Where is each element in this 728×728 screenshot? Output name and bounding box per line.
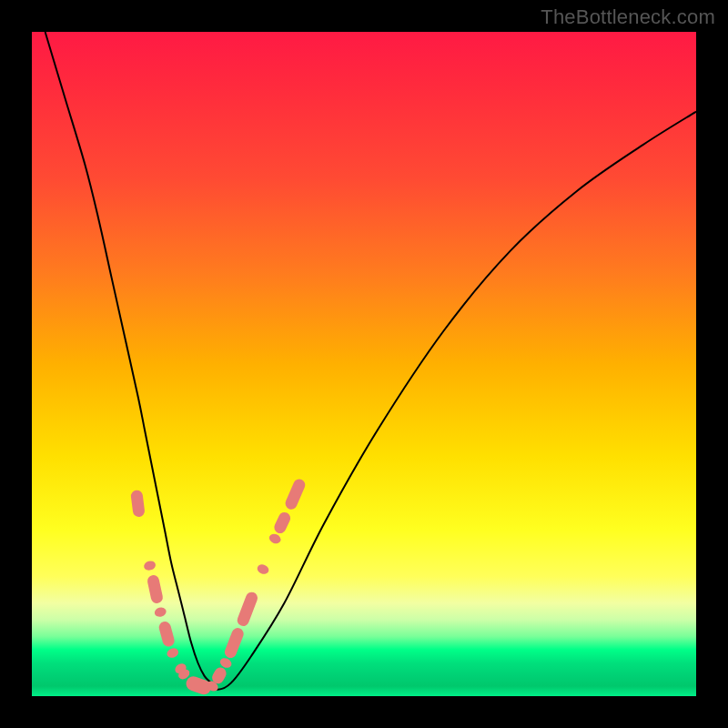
watermark-text: TheBottleneck.com (541, 5, 715, 29)
chart-frame: TheBottleneck.com (0, 0, 728, 728)
curve-layer (32, 32, 696, 696)
coral-marker (147, 574, 164, 604)
coral-marker (130, 490, 146, 518)
coral-marker (166, 646, 180, 659)
coral-marker (256, 563, 270, 576)
coral-marker (143, 560, 157, 571)
coral-marker (154, 606, 167, 618)
coral-marker (268, 532, 282, 545)
coral-markers (130, 477, 307, 696)
coral-marker (157, 621, 176, 648)
coral-marker (223, 626, 246, 660)
plot-area (32, 32, 696, 696)
coral-marker (272, 511, 292, 535)
coral-marker (284, 477, 308, 511)
coral-marker (236, 591, 259, 628)
bottleneck-curve (46, 32, 696, 690)
